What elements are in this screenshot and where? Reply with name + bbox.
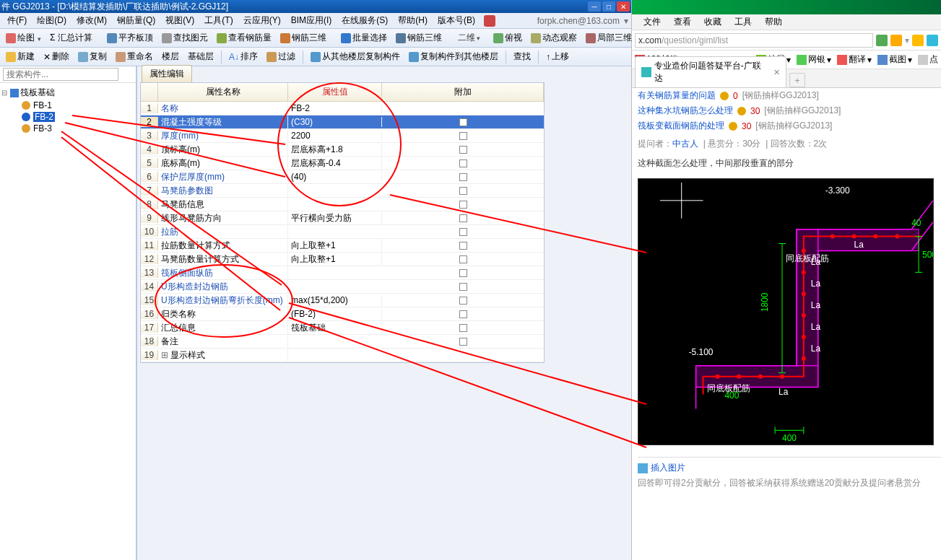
property-row[interactable]: 15U形构造封边钢筋弯折长度(mm)max(15*d,200) — [141, 294, 544, 307]
sort-button[interactable]: A↓排序 — [226, 49, 261, 64]
find-element-button[interactable]: 查找图元 — [159, 30, 211, 45]
property-row[interactable]: 10拉筋 — [141, 225, 544, 239]
property-row[interactable]: 14U形构造封边钢筋 — [141, 280, 544, 294]
insert-image-link[interactable]: 插入图片 — [638, 457, 941, 474]
checkbox[interactable] — [459, 214, 467, 222]
orbit-button[interactable]: 动态观察 — [528, 30, 580, 45]
checkbox[interactable] — [459, 118, 467, 126]
row-value[interactable]: 层底标高+1.8 — [288, 144, 382, 156]
star-icon[interactable] — [912, 35, 924, 46]
refresh-icon[interactable] — [876, 35, 888, 46]
row-value[interactable]: max(15*d,200) — [288, 295, 382, 305]
menu-view[interactable]: 视图(V) — [161, 13, 199, 28]
copy-button[interactable]: 复制 — [75, 49, 110, 64]
row-value[interactable]: (C30) — [288, 117, 382, 127]
menu-cloud[interactable]: 云应用(Y) — [239, 13, 285, 28]
property-row[interactable]: 17汇总信息筏板基础 — [141, 321, 544, 335]
lightning-icon[interactable] — [890, 35, 902, 46]
checkbox[interactable] — [459, 242, 467, 250]
ext-more[interactable]: 点 — [918, 53, 938, 66]
checkbox[interactable] — [459, 187, 467, 195]
property-row[interactable]: 1名称FB-2 — [141, 102, 544, 115]
ext-bank[interactable]: 网银 ▾ — [797, 53, 831, 66]
row-value[interactable]: 筏板基础 — [288, 322, 382, 334]
br-menu-tools[interactable]: 工具 — [729, 14, 758, 30]
checkbox[interactable] — [459, 338, 467, 346]
question-link-2[interactable]: 这种集水坑钢筋怎么处理 30 [钢筋抽样GGJ2013] — [638, 103, 941, 118]
ext-translate[interactable]: 翻译 ▾ — [837, 53, 872, 66]
sum-calc-button[interactable]: Σ 汇总计算 — [47, 30, 95, 45]
browser-tab[interactable]: 专业造价问题答疑平台-广联达 ✕ — [635, 56, 786, 87]
draw-tool[interactable]: 绘图 — [3, 30, 44, 45]
menu-tools[interactable]: 工具(T) — [200, 13, 237, 28]
checkbox[interactable] — [459, 310, 467, 318]
maximize-button[interactable]: □ — [602, 1, 615, 12]
tab-property-edit[interactable]: 属性编辑 — [142, 65, 192, 82]
checkbox[interactable] — [459, 201, 467, 209]
property-row[interactable]: 7马凳筋参数图 — [141, 184, 544, 198]
ext-screenshot[interactable]: 截图 ▾ — [877, 53, 912, 66]
tree-root[interactable]: 筏板基础 — [1, 86, 134, 100]
checkbox[interactable] — [459, 283, 467, 291]
tab-close-icon[interactable]: ✕ — [773, 68, 780, 77]
checkbox[interactable] — [459, 146, 467, 154]
br-menu-view[interactable]: 查看 — [668, 14, 697, 30]
checkbox[interactable] — [459, 173, 467, 181]
menu-online[interactable]: 在线服务(S) — [337, 13, 392, 28]
menu-bim[interactable]: BIM应用(I) — [287, 13, 337, 28]
property-row[interactable]: 9线形马凳筋方向平行横向受力筋 — [141, 211, 544, 225]
view-rebar-qty-button[interactable]: 查看钢筋量 — [214, 30, 274, 45]
search-input[interactable] — [3, 68, 118, 81]
menu-modify[interactable]: 修改(M) — [72, 13, 111, 28]
menu-help[interactable]: 帮助(H) — [394, 13, 432, 28]
tree-leaf-fb1[interactable]: FB-1 — [1, 100, 134, 111]
property-row[interactable]: 6保护层厚度(mm)(40) — [141, 170, 544, 184]
row-value[interactable]: (FB-2) — [288, 309, 382, 319]
rebar-3d-button[interactable]: 钢筋三维 — [277, 30, 329, 45]
align-top-button[interactable]: 平齐板顶 — [104, 30, 156, 45]
topview-button[interactable]: 俯视 — [490, 30, 525, 45]
row-value[interactable]: FB-2 — [288, 103, 382, 113]
menu-draw[interactable]: 绘图(D) — [32, 13, 71, 28]
br-menu-fav[interactable]: 收藏 — [698, 14, 727, 30]
new-button[interactable]: 新建 — [3, 49, 38, 64]
new-tab-button[interactable]: ＋ — [789, 73, 805, 87]
copy-from-floor-button[interactable]: 从其他楼层复制构件 — [308, 49, 403, 64]
tree-leaf-fb3[interactable]: FB-3 — [1, 123, 134, 134]
question-link-1[interactable]: 有关钢筋算量的问题 0 [钢筋抽样GGJ2013] — [638, 88, 941, 103]
property-row[interactable]: 13筏板侧面纵筋 — [141, 266, 544, 280]
menu-version[interactable]: 版本号(B) — [433, 13, 480, 28]
rename-button[interactable]: 重命名 — [113, 49, 156, 64]
property-row[interactable]: 12马凳筋数量计算方式向上取整+1 — [141, 253, 544, 266]
viewmode-dropdown[interactable]: 二维 — [456, 32, 482, 44]
batch-select-button[interactable]: 批量选择 — [338, 30, 390, 45]
copy-to-floor-button[interactable]: 复制构件到其他楼层 — [406, 49, 501, 64]
menu-rebar[interactable]: 钢筋量(Q) — [113, 13, 160, 28]
menu-file[interactable]: 件(F) — [3, 13, 31, 28]
move-up-button[interactable]: ↑ 上移 — [543, 49, 572, 64]
filter-button[interactable]: 过滤 — [264, 49, 298, 64]
minimize-button[interactable]: ─ — [588, 1, 601, 12]
property-row[interactable]: 5底标高(m)层底标高-0.4 — [141, 157, 544, 170]
checkbox[interactable] — [459, 269, 467, 277]
br-menu-help[interactable]: 帮助 — [759, 14, 788, 30]
tree-leaf-fb2[interactable]: FB-2 — [1, 111, 134, 123]
checkbox[interactable] — [459, 255, 467, 263]
property-row[interactable]: 8马凳筋信息 — [141, 198, 544, 211]
property-row[interactable]: 16归类名称(FB-2) — [141, 307, 544, 321]
row-value[interactable]: 向上取整+1 — [288, 253, 382, 266]
property-row[interactable]: 2混凝土强度等级(C30) — [141, 115, 544, 129]
checkbox[interactable] — [459, 324, 467, 332]
close-button[interactable]: ✕ — [617, 1, 630, 12]
url-input[interactable]: x.com/question/giml/list — [635, 33, 873, 48]
extra-icon[interactable] — [927, 35, 938, 46]
rebar-3d-button-2[interactable]: 钢筋三维 — [393, 30, 445, 45]
floor-dropdown[interactable]: 基础层 — [185, 49, 217, 64]
property-row[interactable]: 18备注 — [141, 335, 544, 349]
row-value[interactable]: 向上取整+1 — [288, 240, 382, 252]
checkbox[interactable] — [459, 228, 467, 236]
user-email[interactable]: forpk.chen@163.com — [534, 16, 623, 26]
find-button[interactable]: 查找 — [511, 49, 534, 64]
row-value[interactable]: 2200 — [288, 131, 382, 141]
property-row[interactable]: 3厚度(mm)2200 — [141, 129, 544, 143]
